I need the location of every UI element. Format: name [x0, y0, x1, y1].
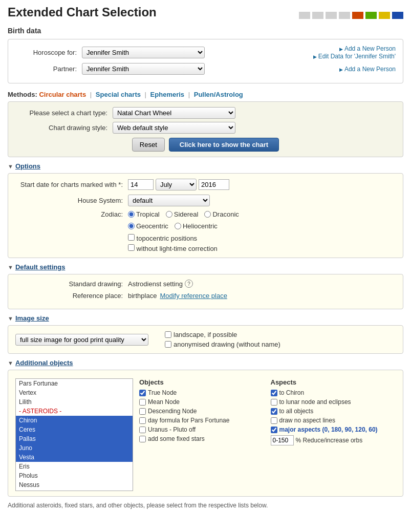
zodiac-sidereal-radio[interactable] [166, 211, 172, 218]
to-all-objects-label[interactable]: to all objects [271, 408, 396, 415]
edit-data-link[interactable]: Edit Data for 'Jennifer Smith' [313, 53, 396, 60]
list-item[interactable]: Eris [16, 462, 133, 471]
start-year-input[interactable] [199, 179, 229, 190]
reset-button[interactable]: Reset [132, 138, 165, 152]
to-chiron-label[interactable]: to Chiron [271, 389, 396, 396]
heliocentric-label[interactable]: Heliocentric [175, 222, 218, 230]
major-aspects-label[interactable]: major aspects (0, 180, 90, 120, 60) [271, 426, 396, 433]
footer-note: Additional asteroids, fixed stars, and o… [8, 502, 403, 509]
zodiac-sidereal-label[interactable]: Sidereal [166, 210, 199, 218]
orbs-input[interactable] [271, 435, 294, 445]
position-row: Geocentric Heliocentric [15, 222, 396, 230]
aspects-panel-title: Aspects [271, 378, 396, 386]
additional-objects-collapse-icon[interactable]: ▼ [8, 360, 13, 366]
descending-node-label[interactable]: Descending Node [139, 408, 265, 415]
pullen-link[interactable]: Pullen/Astrolog [194, 91, 243, 98]
list-item[interactable]: Nessus [16, 480, 133, 490]
no-aspect-lines-checkbox[interactable] [271, 417, 277, 424]
zodiac-draconic-radio[interactable] [204, 211, 211, 218]
day-formula-label[interactable]: day formula for Pars Fortunae [139, 417, 265, 424]
uranus-pluto-checkbox[interactable] [139, 427, 146, 433]
list-item[interactable]: Pallas [16, 434, 133, 443]
to-lunar-node-checkbox[interactable] [271, 399, 277, 406]
info-icon[interactable]: ? [185, 280, 193, 288]
color-bar [299, 12, 403, 19]
additional-objects-link[interactable]: Additional objects [15, 359, 73, 367]
list-item[interactable]: Vertex [16, 388, 133, 397]
light-time-label[interactable]: without light-time correction [128, 244, 396, 252]
uranus-pluto-label[interactable]: Uranus - Pluto off [139, 426, 265, 433]
aspects-panel: Aspects to Chiron to lunar node and ecli… [271, 378, 396, 491]
true-node-label[interactable]: True Node [139, 389, 265, 396]
landscape-checkbox[interactable] [165, 331, 171, 338]
light-time-checkbox[interactable] [128, 244, 135, 251]
list-item[interactable]: Lilith [16, 397, 133, 407]
zodiac-row: Zodiac: Tropical Sidereal Draconic [15, 210, 396, 218]
default-settings-link[interactable]: Default settings [15, 263, 66, 271]
position-radio-group: Geocentric Heliocentric [128, 222, 218, 230]
image-size-area: full size image for good print quality h… [8, 325, 403, 354]
day-formula-checkbox[interactable] [139, 417, 146, 424]
modify-reference-link[interactable]: Modify reference place [160, 292, 227, 300]
list-item[interactable]: Juno [16, 443, 133, 453]
start-month-select[interactable]: JanuaryFebruaryMarchAprilMayJuneJulyAugu… [156, 179, 197, 190]
anonymised-label[interactable]: anonymised drawing (without name) [165, 341, 280, 348]
to-lunar-node-label[interactable]: to lunar node and eclipses [271, 398, 396, 406]
options-collapse-icon[interactable]: ▼ [8, 163, 13, 169]
list-item[interactable]: Vesta [16, 453, 133, 462]
image-size-collapse-icon[interactable]: ▼ [8, 315, 13, 322]
default-settings-collapse-icon[interactable]: ▼ [8, 264, 13, 270]
options-header: ▼ Options [8, 162, 403, 170]
options-area: Start date for charts marked with *: Jan… [8, 173, 403, 258]
horoscope-links: Add a New Person Edit Data for 'Jennifer… [205, 45, 396, 60]
true-node-checkbox[interactable] [139, 390, 146, 396]
list-item[interactable]: Pars Fortunae [16, 379, 133, 388]
list-item[interactable]: Chiron [16, 416, 133, 425]
list-item[interactable]: Pholus [16, 471, 133, 480]
zodiac-tropical-radio[interactable] [128, 211, 135, 218]
descending-node-checkbox[interactable] [139, 408, 146, 415]
circular-charts-link[interactable]: Circular charts [39, 91, 86, 98]
default-settings-area: Standard drawing: Astrodienst setting ? … [8, 274, 403, 309]
topocentric-checkbox[interactable] [128, 234, 135, 241]
heliocentric-radio[interactable] [175, 223, 181, 229]
image-size-row: full size image for good print quality h… [15, 331, 396, 348]
anonymised-checkbox[interactable] [165, 341, 171, 348]
additional-objects-header: ▼ Additional objects [8, 359, 403, 367]
image-size-link[interactable]: Image size [15, 314, 49, 322]
partner-select[interactable]: Jennifer Smith [82, 63, 205, 75]
chart-type-select[interactable]: Natal Chart Wheel [113, 107, 235, 119]
add-new-person-link-1[interactable]: Add a New Person [339, 45, 396, 52]
show-chart-button[interactable]: Click here to show the chart [169, 138, 279, 152]
geocentric-label[interactable]: Geocentric [128, 222, 168, 230]
extra-options-group: topocentric positions without light-time… [128, 234, 396, 252]
objects-list[interactable]: Pars Fortunae Vertex Lilith - ASTEROIDS … [15, 378, 133, 491]
list-item[interactable]: Ceres [16, 425, 133, 434]
mean-node-checkbox[interactable] [139, 399, 146, 406]
add-new-person-link-2[interactable]: Add a New Person [339, 66, 396, 73]
major-aspects-checkbox[interactable] [271, 427, 277, 433]
fixed-stars-label[interactable]: add some fixed stars [139, 435, 265, 442]
topocentric-label[interactable]: topocentric positions [128, 234, 396, 242]
zodiac-tropical-label[interactable]: Tropical [128, 210, 160, 218]
house-system-select[interactable]: default [128, 195, 210, 206]
geocentric-radio[interactable] [128, 223, 135, 229]
house-system-row: House System: default [15, 195, 396, 206]
zodiac-draconic-label[interactable]: Draconic [204, 210, 239, 218]
mean-node-label[interactable]: Mean Node [139, 398, 265, 406]
landscape-label[interactable]: landscape, if possible [165, 331, 280, 338]
chart-style-select[interactable]: Web default style [113, 122, 235, 134]
special-charts-link[interactable]: Special charts [96, 91, 141, 98]
standard-drawing-label: Standard drawing: [15, 280, 128, 288]
image-size-select[interactable]: full size image for good print quality h… [15, 334, 148, 346]
list-item[interactable]: Ixion [16, 490, 133, 491]
start-day-input[interactable] [128, 179, 154, 190]
fixed-stars-checkbox[interactable] [139, 436, 146, 442]
partner-row: Partner: Jennifer Smith Add a New Person [15, 63, 396, 75]
to-chiron-checkbox[interactable] [271, 390, 277, 396]
to-all-objects-checkbox[interactable] [271, 408, 277, 415]
ephemeris-link[interactable]: Ephemeris [150, 91, 184, 98]
horoscope-select[interactable]: Jennifer Smith [82, 47, 205, 58]
options-section-link[interactable]: Options [15, 162, 40, 170]
no-aspect-lines-label[interactable]: draw no aspect lines [271, 417, 396, 424]
